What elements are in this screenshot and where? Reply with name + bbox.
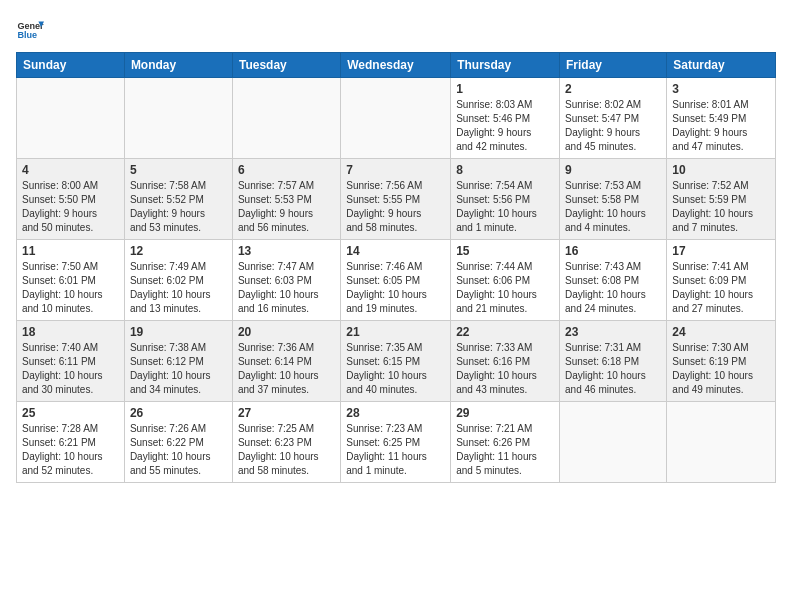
- day-number: 24: [672, 325, 770, 339]
- day-info: Sunrise: 7:41 AMSunset: 6:09 PMDaylight:…: [672, 260, 770, 316]
- day-number: 6: [238, 163, 335, 177]
- calendar-day-cell: 5Sunrise: 7:58 AMSunset: 5:52 PMDaylight…: [124, 159, 232, 240]
- day-number: 1: [456, 82, 554, 96]
- calendar-table: SundayMondayTuesdayWednesdayThursdayFrid…: [16, 52, 776, 483]
- calendar-body: 1Sunrise: 8:03 AMSunset: 5:46 PMDaylight…: [17, 78, 776, 483]
- day-info: Sunrise: 7:28 AMSunset: 6:21 PMDaylight:…: [22, 422, 119, 478]
- day-number: 4: [22, 163, 119, 177]
- calendar-week-row: 11Sunrise: 7:50 AMSunset: 6:01 PMDayligh…: [17, 240, 776, 321]
- calendar-day-cell: 1Sunrise: 8:03 AMSunset: 5:46 PMDaylight…: [451, 78, 560, 159]
- calendar-day-cell: 15Sunrise: 7:44 AMSunset: 6:06 PMDayligh…: [451, 240, 560, 321]
- day-number: 18: [22, 325, 119, 339]
- day-number: 27: [238, 406, 335, 420]
- calendar-day-cell: 2Sunrise: 8:02 AMSunset: 5:47 PMDaylight…: [560, 78, 667, 159]
- calendar-day-cell: 8Sunrise: 7:54 AMSunset: 5:56 PMDaylight…: [451, 159, 560, 240]
- day-info: Sunrise: 7:50 AMSunset: 6:01 PMDaylight:…: [22, 260, 119, 316]
- weekday-header-friday: Friday: [560, 53, 667, 78]
- calendar-day-cell: 18Sunrise: 7:40 AMSunset: 6:11 PMDayligh…: [17, 321, 125, 402]
- calendar-day-cell: 9Sunrise: 7:53 AMSunset: 5:58 PMDaylight…: [560, 159, 667, 240]
- day-info: Sunrise: 7:54 AMSunset: 5:56 PMDaylight:…: [456, 179, 554, 235]
- calendar-day-cell: 24Sunrise: 7:30 AMSunset: 6:19 PMDayligh…: [667, 321, 776, 402]
- calendar-day-cell: 12Sunrise: 7:49 AMSunset: 6:02 PMDayligh…: [124, 240, 232, 321]
- day-number: 22: [456, 325, 554, 339]
- day-number: 2: [565, 82, 661, 96]
- day-info: Sunrise: 7:57 AMSunset: 5:53 PMDaylight:…: [238, 179, 335, 235]
- calendar-day-cell: 7Sunrise: 7:56 AMSunset: 5:55 PMDaylight…: [341, 159, 451, 240]
- day-number: 26: [130, 406, 227, 420]
- calendar-day-cell: 29Sunrise: 7:21 AMSunset: 6:26 PMDayligh…: [451, 402, 560, 483]
- day-info: Sunrise: 7:33 AMSunset: 6:16 PMDaylight:…: [456, 341, 554, 397]
- day-number: 19: [130, 325, 227, 339]
- day-info: Sunrise: 7:43 AMSunset: 6:08 PMDaylight:…: [565, 260, 661, 316]
- weekday-header-sunday: Sunday: [17, 53, 125, 78]
- day-info: Sunrise: 7:31 AMSunset: 6:18 PMDaylight:…: [565, 341, 661, 397]
- weekday-header-thursday: Thursday: [451, 53, 560, 78]
- day-number: 17: [672, 244, 770, 258]
- day-info: Sunrise: 7:40 AMSunset: 6:11 PMDaylight:…: [22, 341, 119, 397]
- weekday-header-wednesday: Wednesday: [341, 53, 451, 78]
- day-number: 16: [565, 244, 661, 258]
- calendar-day-cell: 27Sunrise: 7:25 AMSunset: 6:23 PMDayligh…: [232, 402, 340, 483]
- logo-icon: General Blue: [16, 16, 44, 44]
- logo: General Blue: [16, 16, 44, 44]
- calendar-day-cell: 11Sunrise: 7:50 AMSunset: 6:01 PMDayligh…: [17, 240, 125, 321]
- calendar-day-cell: 21Sunrise: 7:35 AMSunset: 6:15 PMDayligh…: [341, 321, 451, 402]
- day-info: Sunrise: 7:26 AMSunset: 6:22 PMDaylight:…: [130, 422, 227, 478]
- calendar-day-cell: 13Sunrise: 7:47 AMSunset: 6:03 PMDayligh…: [232, 240, 340, 321]
- day-number: 12: [130, 244, 227, 258]
- weekday-header-monday: Monday: [124, 53, 232, 78]
- weekday-header-saturday: Saturday: [667, 53, 776, 78]
- calendar-day-cell: 16Sunrise: 7:43 AMSunset: 6:08 PMDayligh…: [560, 240, 667, 321]
- calendar-day-cell: 4Sunrise: 8:00 AMSunset: 5:50 PMDaylight…: [17, 159, 125, 240]
- day-info: Sunrise: 7:52 AMSunset: 5:59 PMDaylight:…: [672, 179, 770, 235]
- calendar-day-cell: 14Sunrise: 7:46 AMSunset: 6:05 PMDayligh…: [341, 240, 451, 321]
- day-info: Sunrise: 7:44 AMSunset: 6:06 PMDaylight:…: [456, 260, 554, 316]
- day-info: Sunrise: 8:01 AMSunset: 5:49 PMDaylight:…: [672, 98, 770, 154]
- calendar-week-row: 25Sunrise: 7:28 AMSunset: 6:21 PMDayligh…: [17, 402, 776, 483]
- day-info: Sunrise: 8:03 AMSunset: 5:46 PMDaylight:…: [456, 98, 554, 154]
- calendar-week-row: 4Sunrise: 8:00 AMSunset: 5:50 PMDaylight…: [17, 159, 776, 240]
- day-info: Sunrise: 7:36 AMSunset: 6:14 PMDaylight:…: [238, 341, 335, 397]
- calendar-day-cell: [560, 402, 667, 483]
- calendar-day-cell: [667, 402, 776, 483]
- calendar-week-row: 1Sunrise: 8:03 AMSunset: 5:46 PMDaylight…: [17, 78, 776, 159]
- day-number: 11: [22, 244, 119, 258]
- day-number: 20: [238, 325, 335, 339]
- day-info: Sunrise: 7:30 AMSunset: 6:19 PMDaylight:…: [672, 341, 770, 397]
- day-number: 28: [346, 406, 445, 420]
- day-info: Sunrise: 7:47 AMSunset: 6:03 PMDaylight:…: [238, 260, 335, 316]
- day-number: 23: [565, 325, 661, 339]
- day-info: Sunrise: 8:00 AMSunset: 5:50 PMDaylight:…: [22, 179, 119, 235]
- calendar-day-cell: 20Sunrise: 7:36 AMSunset: 6:14 PMDayligh…: [232, 321, 340, 402]
- calendar-day-cell: [232, 78, 340, 159]
- day-number: 14: [346, 244, 445, 258]
- day-info: Sunrise: 7:38 AMSunset: 6:12 PMDaylight:…: [130, 341, 227, 397]
- day-info: Sunrise: 7:21 AMSunset: 6:26 PMDaylight:…: [456, 422, 554, 478]
- calendar-day-cell: 17Sunrise: 7:41 AMSunset: 6:09 PMDayligh…: [667, 240, 776, 321]
- day-number: 8: [456, 163, 554, 177]
- calendar-day-cell: 3Sunrise: 8:01 AMSunset: 5:49 PMDaylight…: [667, 78, 776, 159]
- day-number: 13: [238, 244, 335, 258]
- day-info: Sunrise: 7:23 AMSunset: 6:25 PMDaylight:…: [346, 422, 445, 478]
- day-number: 9: [565, 163, 661, 177]
- day-number: 25: [22, 406, 119, 420]
- calendar-day-cell: [17, 78, 125, 159]
- calendar-header-row: SundayMondayTuesdayWednesdayThursdayFrid…: [17, 53, 776, 78]
- day-number: 7: [346, 163, 445, 177]
- day-info: Sunrise: 7:46 AMSunset: 6:05 PMDaylight:…: [346, 260, 445, 316]
- day-number: 5: [130, 163, 227, 177]
- calendar-week-row: 18Sunrise: 7:40 AMSunset: 6:11 PMDayligh…: [17, 321, 776, 402]
- day-number: 15: [456, 244, 554, 258]
- calendar-day-cell: 6Sunrise: 7:57 AMSunset: 5:53 PMDaylight…: [232, 159, 340, 240]
- calendar-day-cell: 28Sunrise: 7:23 AMSunset: 6:25 PMDayligh…: [341, 402, 451, 483]
- page-header: General Blue: [16, 16, 776, 44]
- day-number: 10: [672, 163, 770, 177]
- calendar-day-cell: 23Sunrise: 7:31 AMSunset: 6:18 PMDayligh…: [560, 321, 667, 402]
- day-info: Sunrise: 7:53 AMSunset: 5:58 PMDaylight:…: [565, 179, 661, 235]
- weekday-header-tuesday: Tuesday: [232, 53, 340, 78]
- day-number: 21: [346, 325, 445, 339]
- calendar-day-cell: 26Sunrise: 7:26 AMSunset: 6:22 PMDayligh…: [124, 402, 232, 483]
- day-info: Sunrise: 7:25 AMSunset: 6:23 PMDaylight:…: [238, 422, 335, 478]
- calendar-day-cell: 19Sunrise: 7:38 AMSunset: 6:12 PMDayligh…: [124, 321, 232, 402]
- day-info: Sunrise: 7:58 AMSunset: 5:52 PMDaylight:…: [130, 179, 227, 235]
